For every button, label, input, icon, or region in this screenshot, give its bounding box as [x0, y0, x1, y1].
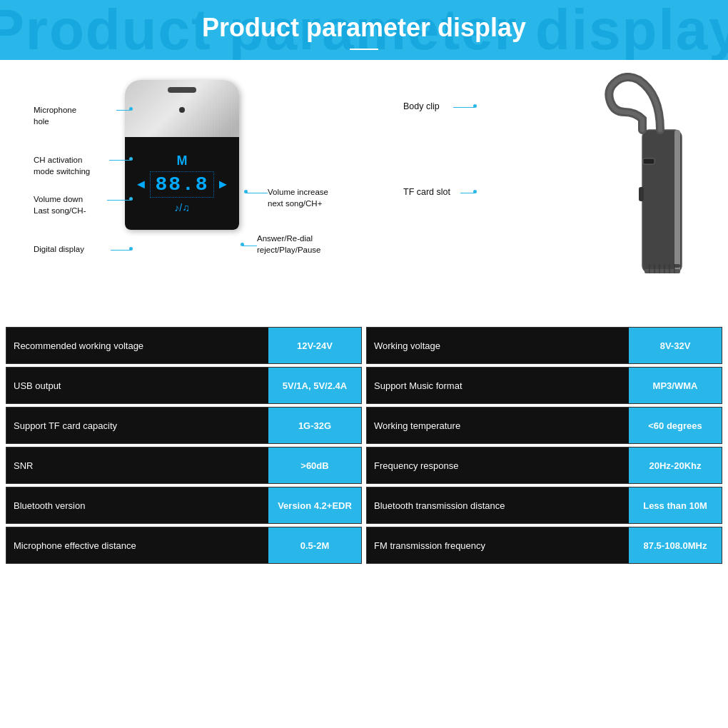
page-title: Product parameter display: [0, 13, 728, 43]
spec-row: Recommended working voltage 12V-24V: [6, 327, 362, 364]
spec-value: 87.5-108.0MHz: [629, 527, 722, 563]
anno-volume-down: Volume down Last song/CH-: [34, 194, 86, 216]
spec-label: Working voltage: [367, 328, 629, 363]
spec-row: USB output 5V/1A, 5V/2.4A: [6, 367, 362, 404]
device-front: M ◄ 88.8 ► ♪/♫: [125, 80, 239, 280]
spec-value: 5V/1A, 5V/2.4A: [268, 368, 361, 403]
spec-row: Microphone effective distance 0.5-2M: [6, 527, 362, 564]
spec-label: Bluetooth version: [6, 487, 268, 523]
diagram-section: M ◄ 88.8 ► ♪/♫ Microphone hole CH activa…: [0, 60, 728, 324]
spec-row: Support Music format MP3/WMA: [366, 367, 722, 404]
left-device-diagram: M ◄ 88.8 ► ♪/♫ Microphone hole CH activa…: [32, 73, 360, 315]
spec-label: Microphone effective distance: [6, 527, 268, 563]
spec-row: Support TF card capacity 1G-32G: [6, 407, 362, 444]
anno-line-ch: [109, 160, 131, 161]
specs-section: Recommended working voltage 12V-24V USB …: [0, 327, 728, 564]
specs-right-col: Working voltage 8V-32V Support Music for…: [366, 327, 722, 564]
spec-label: Bluetooth transmission distance: [367, 487, 629, 523]
anno-line-digital: [111, 250, 131, 251]
anno-dot-digital: [129, 247, 133, 251]
anno-dot-answer: [241, 243, 244, 246]
anno-dot-mic: [129, 107, 133, 111]
screen-display: ◄ 88.8 ►: [135, 171, 230, 198]
specs-left-col: Recommended working voltage 12V-24V USB …: [6, 327, 362, 564]
anno-line-answer: [243, 246, 257, 246]
spec-row: Working voltage 8V-32V: [366, 327, 722, 364]
spec-label: SNR: [6, 448, 268, 483]
screen-digits: 88.8: [150, 171, 213, 198]
spec-row: FM transmission frequency 87.5-108.0MHz: [366, 527, 722, 564]
spec-value: Version 4.2+EDR: [268, 487, 361, 523]
device-screen: M ◄ 88.8 ► ♪/♫: [125, 137, 239, 230]
anno-line-clip: [453, 107, 475, 108]
device-side-svg: [603, 73, 689, 294]
spec-value: 0.5-2M: [268, 527, 361, 563]
svg-rect-2: [639, 187, 644, 201]
spec-label: Support Music format: [367, 368, 629, 403]
header-divider: [350, 49, 378, 50]
spec-value: Less than 10M: [629, 487, 722, 523]
mic-hole-visual: [179, 107, 185, 113]
left-arrow-icon: ◄: [135, 177, 148, 192]
device-body: M ◄ 88.8 ► ♪/♫: [125, 80, 239, 230]
spec-label: Support TF card capacity: [6, 408, 268, 443]
screen-m-label: M: [177, 153, 188, 168]
anno-dot-clip: [473, 104, 477, 108]
anno-dot-tf: [473, 190, 477, 193]
spec-value: 12V-24V: [268, 328, 361, 363]
spec-value: 1G-32G: [268, 408, 361, 443]
spec-label: Frequency response: [367, 448, 629, 483]
anno-tf-card: TF card slot: [403, 187, 450, 197]
svg-rect-3: [643, 158, 654, 164]
anno-dot-vol-up: [244, 190, 248, 193]
right-device-diagram: Body clip TF card slot: [396, 73, 696, 315]
anno-line-mic: [116, 110, 131, 111]
right-arrow-icon: ►: [217, 177, 230, 192]
spec-row: Bluetooth version Version 4.2+EDR: [6, 487, 362, 524]
anno-dot-ch: [129, 157, 133, 161]
screen-bottom-icon: ♪/♫: [174, 202, 189, 213]
spec-value: >60dB: [268, 448, 361, 483]
anno-volume-up: Volume increase next song/CH+: [268, 187, 360, 209]
anno-digital-display: Digital display: [34, 244, 84, 256]
spec-value: MP3/WMA: [629, 368, 722, 403]
svg-rect-1: [674, 130, 680, 273]
spec-value: 20Hz-20Khz: [629, 448, 722, 483]
spec-label: Recommended working voltage: [6, 328, 268, 363]
spec-row: Frequency response 20Hz-20Khz: [366, 447, 722, 484]
anno-line-vol-down: [107, 200, 131, 201]
anno-body-clip: Body clip: [403, 101, 440, 111]
anno-answer: Answer/Re-dial reject/Play/Pause: [257, 233, 360, 256]
anno-dot-vol-down: [129, 197, 133, 201]
spec-row: SNR >60dB: [6, 447, 362, 484]
spec-value: <60 degrees: [629, 408, 722, 443]
spec-label: FM transmission frequency: [367, 527, 629, 563]
anno-ch-activation: CH activation mode switching: [34, 155, 90, 177]
anno-mic-hole: Microphone hole: [34, 105, 76, 127]
spec-value: 8V-32V: [629, 328, 722, 363]
header: Product parameter display Product parame…: [0, 0, 728, 60]
device-top-slot: [168, 87, 196, 93]
spec-row: Bluetooth transmission distance Less tha…: [366, 487, 722, 524]
specs-grid: Recommended working voltage 12V-24V USB …: [6, 327, 722, 564]
anno-line-tf: [460, 193, 475, 193]
spec-label: USB output: [6, 368, 268, 403]
spec-row: Working temperature <60 degrees: [366, 407, 722, 444]
anno-line-vol-up: [246, 193, 268, 193]
spec-label: Working temperature: [367, 408, 629, 443]
